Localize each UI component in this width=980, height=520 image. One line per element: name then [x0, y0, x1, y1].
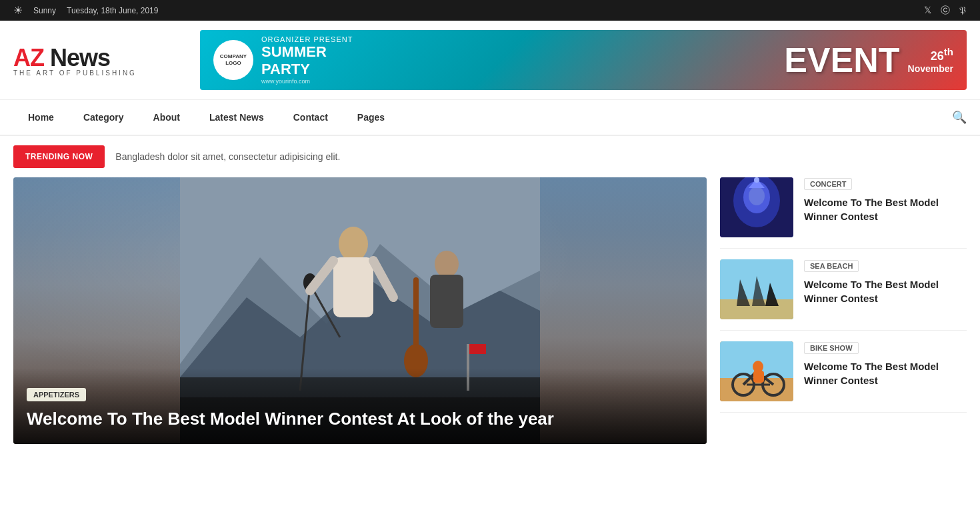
main-content: APPETIZERS Welcome To The Best Model Win…: [0, 177, 980, 457]
search-button[interactable]: 🔍: [952, 110, 967, 125]
card-tag-2: BIKE SHOW: [804, 342, 859, 354]
banner-party: PARTY: [261, 61, 776, 78]
card-thumb-2: [720, 341, 793, 401]
svg-point-23: [754, 177, 759, 183]
svg-rect-37: [753, 371, 764, 383]
logo-news: News: [44, 44, 110, 71]
header: AZ News THE ART OF PUBLISHING COMPANY LO…: [0, 21, 980, 100]
hero-title: Welcome To The Best Model Winner Contest…: [27, 408, 693, 431]
banner-summer: SUMMER: [261, 43, 776, 61]
card-tag-1: SEA BEACH: [804, 260, 859, 272]
news-card-2[interactable]: BIKE SHOWWelcome To The Best Model Winne…: [720, 331, 967, 413]
nav-link-about[interactable]: About: [139, 100, 195, 135]
card-body-2: BIKE SHOWWelcome To The Best Model Winne…: [804, 341, 967, 401]
logo: AZ News: [13, 44, 187, 72]
weather-label: Sunny: [33, 6, 56, 15]
hero-caption: APPETIZERS Welcome To The Best Model Win…: [13, 368, 707, 444]
banner-text: ORGANIZER PRESENT SUMMER PARTY www.youri…: [261, 35, 776, 85]
nav-link-home[interactable]: Home: [13, 100, 69, 135]
banner-organizer: ORGANIZER PRESENT: [261, 35, 776, 43]
nav-link-contact[interactable]: Contact: [279, 100, 343, 135]
svg-point-21: [749, 187, 765, 205]
card-body-1: SEA BEACHWelcome To The Best Model Winne…: [804, 259, 967, 319]
card-title-0: Welcome To The Best Model Winner Contest: [804, 195, 967, 223]
banner-url: www.yourinfo.com: [261, 78, 776, 85]
nav-link-category[interactable]: Category: [69, 100, 139, 135]
card-title-2: Welcome To The Best Model Winner Contest: [804, 359, 967, 387]
logo-az: AZ: [13, 44, 44, 71]
top-bar: ☀ Sunny Tuesday, 18th June, 2019 𝕏 ⓒ 𝔓: [0, 0, 980, 21]
sidebar: CONCERTWelcome To The Best Model Winner …: [720, 177, 967, 444]
top-bar-social: 𝕏 ⓒ 𝔓: [924, 5, 967, 17]
banner-company-logo: COMPANY LOGO: [213, 40, 253, 80]
pinterest-link[interactable]: 𝔓: [959, 5, 967, 17]
svg-rect-17: [469, 344, 486, 354]
card-body-0: CONCERTWelcome To The Best Model Winner …: [804, 177, 967, 237]
banner-date: 26th November: [908, 46, 953, 74]
hero-article[interactable]: APPETIZERS Welcome To The Best Model Win…: [13, 177, 707, 444]
trending-bar: TRENDING NOW Bangladesh dolor sit amet, …: [0, 136, 980, 177]
card-thumb-0: [720, 177, 793, 237]
card-tag-0: CONCERT: [804, 178, 852, 190]
nav-link-latest-news[interactable]: Latest News: [195, 100, 279, 135]
logo-tagline: THE ART OF PUBLISHING: [13, 69, 187, 77]
card-thumb-1: [720, 259, 793, 319]
logo-area: AZ News THE ART OF PUBLISHING: [13, 44, 187, 77]
svg-point-11: [435, 251, 459, 277]
news-card-1[interactable]: SEA BEACHWelcome To The Best Model Winne…: [720, 249, 967, 331]
weather-icon: ☀: [13, 4, 23, 17]
news-card-0[interactable]: CONCERTWelcome To The Best Model Winner …: [720, 177, 967, 249]
banner-ad[interactable]: COMPANY LOGO ORGANIZER PRESENT SUMMER PA…: [200, 30, 967, 90]
banner-event: EVENT: [784, 40, 899, 80]
svg-rect-12: [430, 275, 463, 328]
svg-rect-8: [333, 257, 373, 317]
twitter-link[interactable]: 𝕏: [924, 5, 931, 17]
trending-button[interactable]: TRENDING NOW: [13, 145, 105, 168]
instagram-link[interactable]: ⓒ: [941, 5, 950, 17]
main-nav: HomeCategoryAboutLatest NewsContactPages…: [0, 100, 980, 136]
date-label: Tuesday, 18th June, 2019: [67, 6, 158, 15]
nav-link-pages[interactable]: Pages: [343, 100, 399, 135]
svg-point-7: [339, 227, 368, 261]
top-bar-left: ☀ Sunny Tuesday, 18th June, 2019: [13, 4, 158, 17]
hero-tag: APPETIZERS: [27, 388, 86, 401]
nav-links: HomeCategoryAboutLatest NewsContactPages: [13, 100, 399, 135]
trending-text: Bangladesh dolor sit amet, consectetur a…: [115, 151, 340, 162]
card-title-1: Welcome To The Best Model Winner Contest: [804, 277, 967, 305]
